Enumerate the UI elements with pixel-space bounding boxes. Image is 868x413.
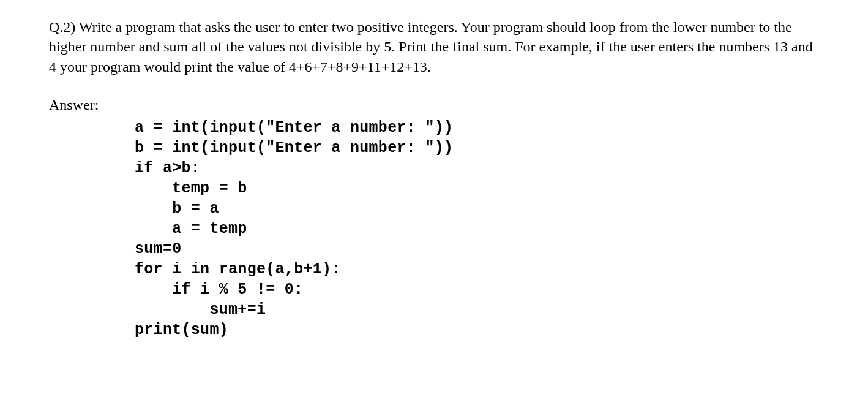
answer-label: Answer: xyxy=(49,95,819,115)
question-text: Q.2) Write a program that asks the user … xyxy=(49,17,819,77)
code-block: a = int(input("Enter a number: ")) b = i… xyxy=(49,118,819,340)
